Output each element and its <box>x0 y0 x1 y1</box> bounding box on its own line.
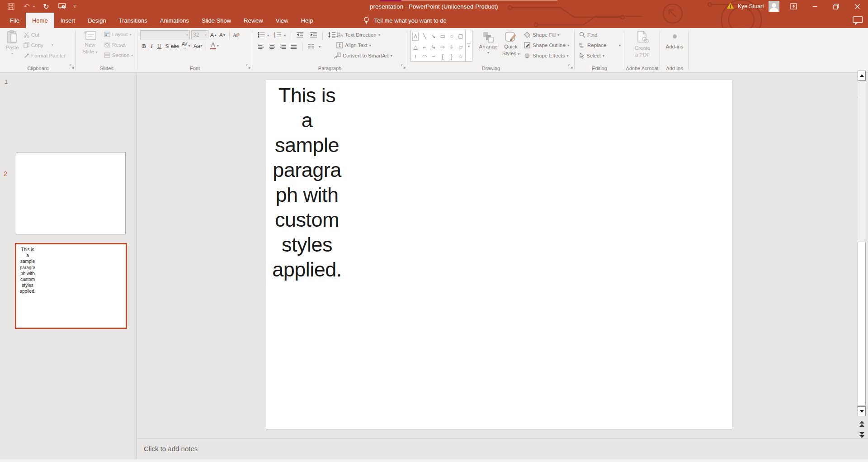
italic-button[interactable]: I <box>148 42 156 50</box>
copy-button[interactable]: Copy ▾ <box>24 42 53 48</box>
shape-oval[interactable]: ○ <box>447 30 456 42</box>
shadow-button[interactable]: S <box>163 42 171 50</box>
avatar[interactable] <box>769 1 779 12</box>
close-button[interactable] <box>847 0 868 13</box>
shape-scribble[interactable]: ≀ <box>411 52 420 61</box>
shape-l-shape[interactable]: ▱ <box>456 42 465 52</box>
create-pdf-button[interactable]: Create a PDF <box>632 31 653 58</box>
section-button[interactable]: Section ▾ <box>104 52 133 58</box>
shape-triangle[interactable]: △ <box>411 42 420 52</box>
shape-elbow-connector[interactable]: ⌐ <box>420 42 429 52</box>
tab-design[interactable]: Design <box>81 13 112 28</box>
notes-placeholder[interactable]: Click to add notes <box>144 445 198 452</box>
shape-star[interactable]: ☆ <box>456 52 465 61</box>
align-center-button[interactable] <box>269 43 275 50</box>
shape-text-box[interactable]: A <box>412 32 419 41</box>
previous-slide-button[interactable] <box>859 419 865 428</box>
align-right-button[interactable] <box>279 43 286 50</box>
character-spacing-button[interactable]: AV ↔ <box>181 42 189 50</box>
user-name[interactable]: Kye Stuart <box>738 3 764 10</box>
warning-icon[interactable] <box>726 2 734 11</box>
slide-canvas[interactable]: This is a sample paragra ph with custom … <box>266 80 732 429</box>
cut-button[interactable]: Cut <box>24 32 39 38</box>
arrange-button[interactable]: Arrange ▾ <box>477 31 499 55</box>
shape-arc[interactable]: ◠ <box>420 52 429 61</box>
tab-help[interactable]: Help <box>295 13 320 28</box>
replace-button[interactable]: abac Replace ▾ <box>579 42 621 48</box>
columns-icon <box>307 43 315 49</box>
strikethrough-button[interactable]: abc <box>171 42 179 50</box>
drawing-dialog-launcher-icon[interactable] <box>568 62 573 71</box>
new-slide-button[interactable]: New Slide ▾ <box>80 30 99 55</box>
paragraph-dialog-launcher-icon[interactable] <box>401 62 406 71</box>
increase-font-size-button[interactable]: A▲ <box>210 31 217 39</box>
shape-rounded-rectangle[interactable]: ▢ <box>456 30 465 42</box>
numbering-button[interactable]: 123 <box>274 32 282 39</box>
notes-pane[interactable]: Click to add notes <box>137 438 868 459</box>
shape-rectangle[interactable]: ▭ <box>438 30 447 42</box>
font-dialog-launcher-icon[interactable] <box>246 62 250 71</box>
shape-right-brace[interactable]: } <box>447 52 456 61</box>
format-painter-button[interactable]: Format Painter <box>24 52 66 58</box>
tell-me-box[interactable]: Tell me what you want to do <box>363 13 446 28</box>
tab-home[interactable]: Home <box>26 13 54 28</box>
quick-styles-button[interactable]: Quick Styles ▾ <box>500 31 522 57</box>
decrease-indent-button[interactable] <box>296 32 304 39</box>
tab-review[interactable]: Review <box>237 13 269 28</box>
change-case-button[interactable]: Aa <box>193 42 201 50</box>
shape-fill-button[interactable]: Shape Fill ▾ <box>524 32 559 38</box>
scrollbar-thumb[interactable] <box>858 242 866 405</box>
shape-down-arrow[interactable]: ⇩ <box>447 42 456 52</box>
scroll-down-button[interactable] <box>858 406 866 416</box>
slide-text-box[interactable]: This is a sample paragra ph with custom … <box>269 83 345 282</box>
add-ins-button[interactable]: Add-ins <box>665 31 684 50</box>
slide-1-thumbnail[interactable] <box>16 152 126 234</box>
select-button[interactable]: Select ▾ <box>579 52 604 59</box>
bullets-button[interactable] <box>258 32 265 39</box>
font-color-button[interactable]: A <box>209 42 217 50</box>
increase-indent-button[interactable] <box>310 32 317 39</box>
tab-insert[interactable]: Insert <box>54 13 82 28</box>
underline-button[interactable]: U <box>156 42 163 50</box>
clear-formatting-button[interactable]: A <box>232 31 240 39</box>
shapes-gallery-more-button[interactable]: ▾ <box>466 30 472 62</box>
shape-effects-button[interactable]: Shape Effects ▾ <box>524 52 568 59</box>
line-spacing-button[interactable] <box>328 32 336 39</box>
reset-button[interactable]: Reset <box>104 42 126 48</box>
ribbon-display-options-icon[interactable] <box>783 0 804 13</box>
tab-view[interactable]: View <box>269 13 295 28</box>
top-strip-magenta <box>380 0 401 1</box>
shape-outline-button[interactable]: Shape Outline ▾ <box>524 42 569 48</box>
shape-elbow-arrow-connector[interactable]: ↳ <box>429 42 438 52</box>
smartart-icon <box>334 52 341 59</box>
columns-button[interactable] <box>307 43 315 50</box>
comments-icon[interactable] <box>853 16 863 27</box>
text-direction-button[interactable]: A Text Direction ▾ <box>336 32 380 38</box>
shape-right-arrow[interactable]: ⇨ <box>438 42 447 52</box>
next-slide-button[interactable] <box>859 430 865 439</box>
clipboard-dialog-launcher-icon[interactable] <box>70 62 74 71</box>
paste-button[interactable]: Paste ▾ <box>4 30 21 56</box>
tab-slide-show[interactable]: Slide Show <box>195 13 237 28</box>
shape-curve[interactable]: ~ <box>429 52 438 61</box>
align-left-button[interactable] <box>258 43 264 50</box>
decrease-font-size-button[interactable]: A▼ <box>219 31 226 39</box>
bold-button[interactable]: B <box>140 42 148 50</box>
shape-line-arrow[interactable]: ↘ <box>429 30 438 42</box>
font-name-combobox[interactable]: ▾ <box>140 30 190 39</box>
minimize-button[interactable] <box>804 0 826 13</box>
font-size-combobox[interactable]: 32▾ <box>191 30 208 39</box>
shape-line[interactable]: ╲ <box>420 30 429 42</box>
align-text-button[interactable]: Align Text ▾ <box>336 42 371 48</box>
restore-button[interactable] <box>826 0 847 13</box>
slide-2-thumbnail[interactable]: This is a sample paragra ph with custom … <box>15 243 127 329</box>
justify-button[interactable] <box>290 43 297 50</box>
tab-file[interactable]: File <box>4 13 26 28</box>
scroll-up-button[interactable] <box>858 71 866 81</box>
convert-to-smartart-button[interactable]: Convert to SmartArt ▾ <box>334 52 392 59</box>
find-button[interactable]: Find <box>579 32 597 38</box>
tab-animations[interactable]: Animations <box>154 13 195 28</box>
tab-transitions[interactable]: Transitions <box>113 13 154 28</box>
layout-button[interactable]: Layout ▾ <box>104 32 132 37</box>
shape-left-brace[interactable]: { <box>438 52 447 61</box>
